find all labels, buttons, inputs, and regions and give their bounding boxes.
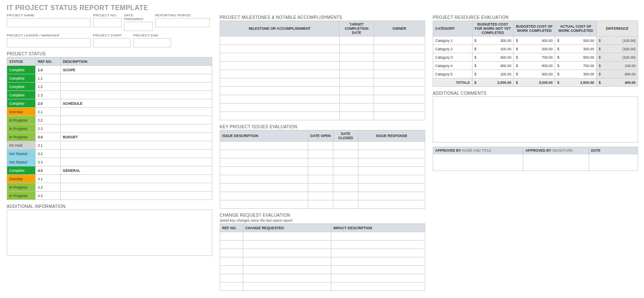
cell-desc[interactable] [61,192,212,200]
cell-status[interactable]: In Progress [7,183,36,192]
cell[interactable] [340,95,374,104]
cell[interactable] [333,192,358,200]
cell[interactable] [243,257,331,266]
cell[interactable] [220,175,308,184]
cell[interactable] [220,36,340,45]
cell[interactable] [340,104,374,112]
cell[interactable] [243,274,331,282]
cell[interactable] [220,45,340,53]
cell-desc[interactable] [61,150,212,158]
cell[interactable] [340,78,374,87]
cell[interactable] [220,257,243,266]
cell[interactable] [340,112,374,120]
cell[interactable] [333,158,358,167]
cell[interactable] [220,150,308,158]
cell-approved-date[interactable] [589,154,638,171]
cell[interactable] [333,150,358,158]
cell[interactable] [333,184,358,192]
cell[interactable] [331,232,425,241]
box-additional-info[interactable] [7,210,212,256]
cell[interactable] [220,104,340,112]
cell-status[interactable]: Complete [7,91,36,99]
input-project-name[interactable] [7,18,91,27]
cell-desc[interactable]: GENERAL [61,166,212,175]
cell-desc[interactable] [61,108,212,116]
cell[interactable] [220,78,340,87]
input-reporting-period[interactable] [155,18,210,27]
input-project-start[interactable] [93,38,131,47]
cell-status[interactable]: Complete [7,99,36,108]
cell[interactable] [331,266,425,274]
cell[interactable] [243,282,331,291]
cell-approved-signature[interactable] [523,154,589,171]
cell[interactable] [358,192,425,200]
cell[interactable] [220,112,340,120]
cell[interactable] [308,167,333,175]
cell[interactable] [358,200,425,209]
cell[interactable] [331,257,425,266]
cell[interactable] [308,142,333,150]
cell-desc[interactable]: BUDGET [61,133,212,141]
cell[interactable] [374,95,425,104]
cell-desc[interactable] [61,116,212,124]
cell[interactable] [331,274,425,282]
cell-status[interactable]: Complete [7,166,36,175]
cell-status[interactable]: In Progress [7,116,36,124]
cell-status[interactable]: Complete [7,66,36,74]
input-project-leader[interactable] [7,38,91,47]
cell[interactable] [358,142,425,150]
cell[interactable] [243,266,331,274]
input-project-end[interactable] [133,38,171,47]
cell-desc[interactable]: SCHEDULE [61,99,212,108]
cell-desc[interactable]: SCOPE [61,66,212,74]
cell-status[interactable]: In Progress [7,133,36,141]
cell[interactable] [340,36,374,45]
cell-status[interactable]: On Hold [7,141,36,150]
cell[interactable] [374,104,425,112]
cell-status[interactable]: Overdue [7,108,36,116]
cell[interactable] [374,36,425,45]
cell[interactable] [331,282,425,291]
cell-approved-name[interactable] [433,154,523,171]
cell[interactable] [220,282,243,291]
cell-desc[interactable] [61,124,212,133]
input-project-no[interactable] [93,18,122,27]
cell[interactable] [358,184,425,192]
cell-desc[interactable] [61,141,212,150]
cell[interactable] [340,45,374,53]
cell[interactable] [374,87,425,95]
cell-desc[interactable] [61,158,212,166]
cell[interactable] [340,87,374,95]
cell[interactable] [243,249,331,257]
cell[interactable] [374,112,425,120]
cell[interactable] [374,45,425,53]
cell[interactable] [220,53,340,62]
cell[interactable] [220,95,340,104]
cell-status[interactable]: In Progress [7,192,36,200]
cell[interactable] [220,70,340,78]
cell[interactable] [220,266,243,274]
cell[interactable] [331,249,425,257]
cell[interactable] [220,158,308,167]
cell[interactable] [358,175,425,184]
cell[interactable] [333,200,358,209]
cell[interactable] [374,62,425,70]
cell[interactable] [358,158,425,167]
cell[interactable] [220,241,243,249]
cell[interactable] [243,232,331,241]
cell-status[interactable]: Not Started [7,150,36,158]
cell-desc[interactable] [61,74,212,83]
cell[interactable] [220,249,243,257]
box-comments[interactable] [433,96,638,143]
cell[interactable] [308,192,333,200]
cell[interactable] [243,241,331,249]
cell[interactable] [340,70,374,78]
cell[interactable] [331,241,425,249]
cell[interactable] [333,167,358,175]
cell[interactable] [358,150,425,158]
cell[interactable] [374,53,425,62]
cell[interactable] [374,78,425,87]
cell-status[interactable]: Not Started [7,158,36,166]
cell[interactable] [340,62,374,70]
cell[interactable] [308,200,333,209]
